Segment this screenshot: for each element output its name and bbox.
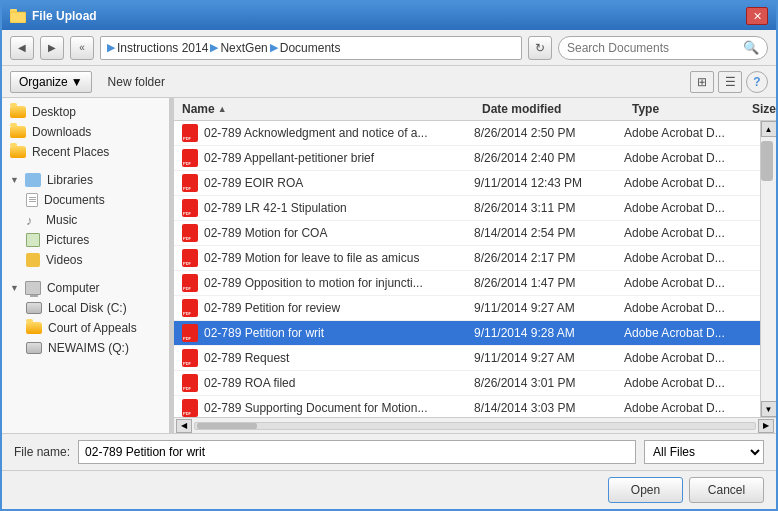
file-type: Adobe Acrobat D...	[624, 376, 744, 390]
filetype-select[interactable]: All Files	[644, 440, 764, 464]
file-name-cell: 02-789 Request	[182, 349, 474, 367]
file-type: Adobe Acrobat D...	[624, 151, 744, 165]
refresh-button[interactable]: ↻	[528, 36, 552, 60]
scroll-up-button[interactable]: ▲	[761, 121, 777, 137]
file-name-cell: 02-789 Petition for writ	[182, 324, 474, 342]
scroll-thumb[interactable]	[761, 141, 773, 181]
file-list-container: 02-789 Acknowledgment and notice of a...…	[174, 121, 776, 417]
breadcrumb-sep1: ▶	[107, 41, 115, 54]
file-row[interactable]: 02-789 Motion for leave to file as amicu…	[174, 246, 760, 271]
action-bar: Organize ▼ New folder ⊞ ☰ ?	[2, 66, 776, 98]
col-type-label: Type	[632, 102, 659, 116]
view-button2[interactable]: ☰	[718, 71, 742, 93]
downloads-icon	[10, 126, 26, 138]
col-size-label: Size	[752, 102, 776, 116]
sidebar-label-pictures: Pictures	[46, 233, 89, 247]
pdf-icon	[182, 224, 198, 242]
file-upload-dialog: File Upload ✕ ◀ ▶ « ▶ Instructions 2014 …	[0, 0, 778, 511]
search-input[interactable]	[567, 41, 739, 55]
file-type: Adobe Acrobat D...	[624, 126, 744, 140]
filename-label: File name:	[14, 445, 70, 459]
vertical-scrollbar[interactable]: ▲ ▼	[760, 121, 776, 417]
col-header-type[interactable]: Type	[632, 102, 752, 116]
file-size: 83 KB	[744, 226, 760, 240]
sidebar-item-courtappeals[interactable]: Court of Appeals	[2, 318, 169, 338]
file-size: 83 KB	[744, 151, 760, 165]
pdf-icon	[182, 199, 198, 217]
file-type: Adobe Acrobat D...	[624, 201, 744, 215]
horizontal-scrollbar[interactable]: ◀ ▶	[174, 417, 776, 433]
col-date-label: Date modified	[482, 102, 561, 116]
file-name: 02-789 Request	[204, 351, 289, 365]
sidebar-section-computer: ▼ Computer	[2, 278, 169, 298]
file-row[interactable]: 02-789 Supporting Document for Motion...…	[174, 396, 760, 417]
col-header-size[interactable]: Size	[752, 102, 776, 116]
file-row[interactable]: 02-789 Motion for COA 8/14/2014 2:54 PM …	[174, 221, 760, 246]
file-row[interactable]: 02-789 ROA filed 8/26/2014 3:01 PM Adobe…	[174, 371, 760, 396]
file-type: Adobe Acrobat D...	[624, 351, 744, 365]
file-name: 02-789 Petition for review	[204, 301, 340, 315]
file-name-cell: 02-789 LR 42-1 Stipulation	[182, 199, 474, 217]
file-row[interactable]: 02-789 Acknowledgment and notice of a...…	[174, 121, 760, 146]
sidebar-item-pictures[interactable]: Pictures	[2, 230, 169, 250]
file-row[interactable]: 02-789 Opposition to motion for injuncti…	[174, 271, 760, 296]
scroll-right-button[interactable]: ▶	[758, 419, 774, 433]
col-header-date[interactable]: Date modified	[482, 102, 632, 116]
breadcrumb-3: Documents	[280, 41, 341, 55]
sidebar-label-newaims: NEWAIMS (Q:)	[48, 341, 129, 355]
help-button[interactable]: ?	[746, 71, 768, 93]
file-row[interactable]: 02-789 Request 9/11/2014 9:27 AM Adobe A…	[174, 346, 760, 371]
sidebar-item-documents[interactable]: Documents	[2, 190, 169, 210]
forward-button[interactable]: ▶	[40, 36, 64, 60]
file-row[interactable]: 02-789 Petition for writ 9/11/2014 9:28 …	[174, 321, 760, 346]
file-type: Adobe Acrobat D...	[624, 226, 744, 240]
sidebar-item-music[interactable]: ♪ Music	[2, 210, 169, 230]
back-button[interactable]: ◀	[10, 36, 34, 60]
pdf-icon	[182, 324, 198, 342]
libraries-icon	[25, 173, 41, 187]
sidebar-item-desktop[interactable]: Desktop	[2, 102, 169, 122]
breadcrumb-bar[interactable]: ▶ Instructions 2014 ▶ NextGen ▶ Document…	[100, 36, 522, 60]
pdf-icon	[182, 274, 198, 292]
sidebar-item-recent[interactable]: Recent Places	[2, 142, 169, 162]
breadcrumb-1: Instructions 2014	[117, 41, 208, 55]
file-type: Adobe Acrobat D...	[624, 326, 744, 340]
sidebar-label-recent: Recent Places	[32, 145, 109, 159]
file-name: 02-789 Motion for COA	[204, 226, 327, 240]
file-type: Adobe Acrobat D...	[624, 176, 744, 190]
file-size: 85 KB	[744, 401, 760, 415]
col-header-name[interactable]: Name ▲	[182, 102, 482, 116]
view-button[interactable]: ⊞	[690, 71, 714, 93]
file-row[interactable]: 02-789 Appellant-petitioner brief 8/26/2…	[174, 146, 760, 171]
sidebar-label-music: Music	[46, 213, 77, 227]
sidebar: Desktop Downloads Recent Places ▼ Librar…	[2, 98, 170, 433]
scroll-down-button[interactable]: ▼	[761, 401, 777, 417]
window-title: File Upload	[32, 9, 97, 23]
file-size: 84 KB	[744, 201, 760, 215]
file-row[interactable]: 02-789 EOIR ROA 9/11/2014 12:43 PM Adobe…	[174, 171, 760, 196]
scroll-thumb-h[interactable]	[197, 423, 257, 429]
file-size: 81 KB	[744, 376, 760, 390]
file-date: 9/11/2014 9:27 AM	[474, 351, 624, 365]
sidebar-item-localdisk[interactable]: Local Disk (C:)	[2, 298, 169, 318]
new-folder-button[interactable]: New folder	[100, 71, 173, 93]
cancel-button[interactable]: Cancel	[689, 477, 764, 503]
file-row[interactable]: 02-789 LR 42-1 Stipulation 8/26/2014 3:1…	[174, 196, 760, 221]
sidebar-item-downloads[interactable]: Downloads	[2, 122, 169, 142]
file-date: 9/11/2014 9:28 AM	[474, 326, 624, 340]
sidebar-item-newaims[interactable]: NEWAIMS (Q:)	[2, 338, 169, 358]
sidebar-item-videos[interactable]: Videos	[2, 250, 169, 270]
file-row[interactable]: 02-789 Petition for review 9/11/2014 9:2…	[174, 296, 760, 321]
scroll-left-button[interactable]: ◀	[176, 419, 192, 433]
file-name: 02-789 Supporting Document for Motion...	[204, 401, 427, 415]
sidebar-section-libraries: ▼ Libraries	[2, 170, 169, 190]
file-size: 83 KB	[744, 301, 760, 315]
file-name-cell: 02-789 Motion for COA	[182, 224, 474, 242]
organize-button[interactable]: Organize ▼	[10, 71, 92, 93]
close-button[interactable]: ✕	[746, 7, 768, 25]
search-bar: 🔍	[558, 36, 768, 60]
filename-input[interactable]	[78, 440, 636, 464]
dropdown-button[interactable]: «	[70, 36, 94, 60]
open-button[interactable]: Open	[608, 477, 683, 503]
file-name-cell: 02-789 Motion for leave to file as amicu…	[182, 249, 474, 267]
